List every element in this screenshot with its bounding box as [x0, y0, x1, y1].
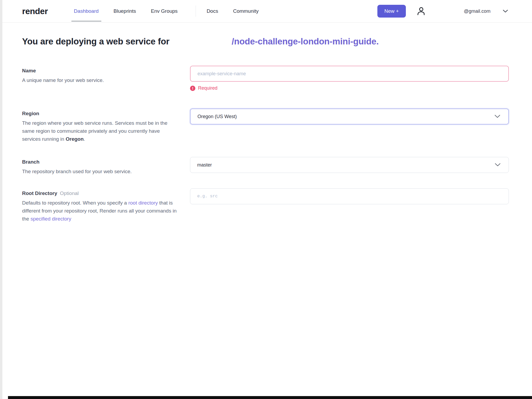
nav-item-dashboard[interactable]: Dashboard: [72, 0, 100, 22]
root-directory-description: Defaults to repository root. When you sp…: [22, 199, 178, 223]
name-field-info: Name A unique name for your web service.: [22, 66, 178, 91]
render-logo[interactable]: render: [22, 6, 48, 16]
root-directory-link[interactable]: root directory: [128, 200, 158, 206]
nav-links: Dashboard Blueprints Env Groups Docs Com…: [72, 0, 272, 22]
root-directory-field-info: Root DirectoryOptional Defaults to repos…: [22, 188, 178, 223]
root-directory-field-control: [190, 188, 509, 223]
branch-description: The repository branch used for your web …: [22, 168, 178, 176]
name-error: ! Required: [190, 85, 509, 91]
top-navigation: render Dashboard Blueprints Env Groups D…: [0, 0, 532, 23]
specified-directory-link[interactable]: specified directory: [31, 216, 71, 222]
region-description: The region where your web service runs. …: [22, 119, 178, 143]
branch-label: Branch: [22, 159, 178, 165]
nav-item-env-groups[interactable]: Env Groups: [149, 0, 179, 22]
form-row-branch: Branch The repository branch used for yo…: [22, 157, 509, 176]
root-directory-label: Root DirectoryOptional: [22, 190, 178, 196]
chevron-down-icon: [495, 162, 501, 168]
region-select-value: Oregon (US West): [197, 114, 237, 119]
new-button[interactable]: New +: [377, 5, 406, 18]
form-row-region: Region The region where your web service…: [22, 109, 509, 143]
branch-field-control: master: [190, 157, 509, 176]
root-directory-input[interactable]: [190, 188, 509, 204]
user-icon[interactable]: [416, 6, 426, 16]
region-field-info: Region The region where your web service…: [22, 109, 178, 143]
region-desc-current-region: Oregon: [66, 136, 84, 142]
branch-select[interactable]: master: [190, 157, 509, 173]
repo-name-link[interactable]: /node-challenge-london-mini-guide.: [232, 36, 379, 46]
chevron-down-icon: [503, 10, 508, 13]
chevron-down-icon: [494, 114, 500, 119]
page-title: You are deploying a web service for/node…: [22, 36, 509, 47]
region-desc-text: The region where your web service runs. …: [22, 120, 167, 142]
page-left-edge: [0, 0, 2, 399]
nav-item-docs[interactable]: Docs: [205, 0, 220, 22]
nav-right: New + @gmail.com: [377, 5, 508, 18]
region-select[interactable]: Oregon (US West): [190, 109, 509, 124]
region-label: Region: [22, 111, 178, 117]
root-dir-desc-text-1: Defaults to repository root. When you sp…: [22, 200, 128, 206]
nav-divider: [196, 6, 196, 17]
name-field-control: ! Required: [190, 66, 509, 91]
branch-field-info: Branch The repository branch used for yo…: [22, 157, 178, 176]
form-row-root-directory: Root DirectoryOptional Defaults to repos…: [22, 188, 509, 223]
error-icon: !: [190, 86, 195, 91]
nav-item-blueprints[interactable]: Blueprints: [112, 0, 138, 22]
name-description: A unique name for your web service.: [22, 76, 178, 84]
root-directory-label-text: Root Directory: [22, 190, 57, 196]
region-field-control: Oregon (US West): [190, 109, 509, 143]
name-label: Name: [22, 68, 178, 74]
account-menu[interactable]: @gmail.com: [464, 9, 508, 14]
form-row-name: Name A unique name for your web service.…: [22, 66, 509, 91]
deploy-form-page: You are deploying a web service for/node…: [0, 36, 532, 223]
bottom-taskbar-edge: [8, 396, 532, 399]
page-title-prefix: You are deploying a web service for: [22, 36, 170, 46]
optional-tag: Optional: [60, 190, 79, 196]
name-error-text: Required: [198, 85, 217, 91]
service-name-input[interactable]: [190, 66, 509, 82]
web-service-form: Name A unique name for your web service.…: [22, 66, 509, 223]
region-desc-period: .: [84, 136, 85, 142]
account-email: @gmail.com: [464, 9, 490, 14]
branch-select-value: master: [197, 162, 212, 168]
nav-item-community[interactable]: Community: [232, 0, 260, 22]
